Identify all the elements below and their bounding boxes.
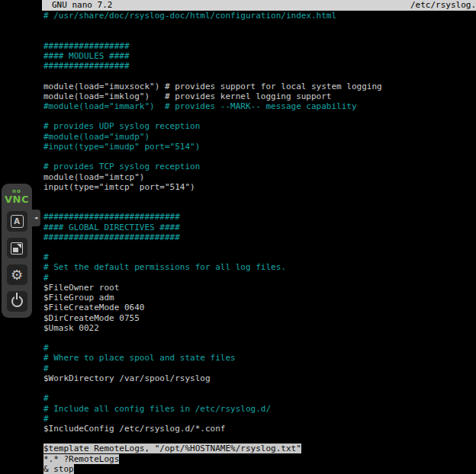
editor-line-text: #: [43, 252, 49, 262]
editor-line-text: #: [43, 273, 49, 283]
editor-line: [42, 333, 476, 343]
power-icon: [11, 296, 23, 307]
editor-line-text: #module(load="immark") # provides --MARK…: [43, 101, 357, 111]
editor-line: $Umask 0022: [42, 323, 476, 333]
novnc-logo: no VNC: [5, 189, 29, 204]
editor-line: *.* ?RemoteLogs: [42, 454, 476, 464]
editor-line: #module(load="imudp"): [42, 132, 476, 142]
novnc-toolbar: ◄ no VNC A ⚙: [2, 184, 32, 318]
keyboard-button[interactable]: A: [7, 211, 27, 232]
editor-line: #input(type="imudp" port="514"): [42, 142, 476, 152]
editor-line-text: #################: [43, 61, 130, 71]
editor-line: module(load="imuxsock") # provides suppo…: [42, 82, 476, 91]
editor-line-text: ###########################: [43, 232, 180, 242]
editor-line: $IncludeConfig /etc/rsyslog.d/*.conf: [42, 424, 476, 434]
settings-button[interactable]: ⚙: [7, 264, 27, 285]
editor-line: ###########################: [42, 232, 476, 242]
editor-line-text: *.* ?RemoteLogs: [43, 454, 119, 464]
fullscreen-icon: [11, 242, 23, 255]
nano-titlebar: GNU nano 7.2 /etc/rsyslog.: [42, 0, 476, 11]
chevron-left-icon: ◄: [34, 215, 37, 221]
nano-version-label: GNU nano 7.2: [42, 0, 112, 11]
editor-line-text: #: [43, 343, 49, 353]
editor-line: # Include all config files in /etc/rsysl…: [42, 404, 476, 414]
editor-line: [42, 30, 476, 40]
editor-line-text: # Where to place spool and state files: [43, 353, 236, 363]
toolbar-collapse-handle[interactable]: ◄: [31, 210, 40, 226]
editor-line-text: # /usr/share/doc/rsyslog-doc/html/config…: [43, 11, 336, 21]
editor-line-text: #### MODULES ####: [43, 51, 130, 61]
editor-line: input(type="imtcp" port="514"): [42, 182, 476, 192]
editor-line: #: [42, 414, 476, 424]
editor-line: #### GLOBAL DIRECTIVES ####: [42, 223, 476, 232]
fullscreen-button[interactable]: [7, 238, 27, 258]
editor-line-text: #input(type="imudp" port="514"): [43, 142, 200, 152]
editor-line-text: # Set the default permissions for all lo…: [43, 262, 286, 272]
editor-line: # provides TCP syslog reception: [42, 162, 476, 171]
editor-content[interactable]: # /usr/share/doc/rsyslog-doc/html/config…: [42, 11, 476, 474]
editor-line-text: ###########################: [43, 212, 180, 222]
file-path-label: /etc/rsyslog.: [410, 0, 476, 11]
editor-line-text: $FileGroup adm: [43, 293, 114, 303]
editor-line: #: [42, 393, 476, 403]
editor-line-text: #: [43, 364, 49, 373]
settings-gear-icon: ⚙: [11, 268, 23, 282]
editor-line: module(load="imtcp"): [42, 172, 476, 182]
editor-line-text: $Umask 0022: [43, 323, 99, 333]
terminal-window: GNU nano 7.2 /etc/rsyslog. # /usr/share/…: [42, 0, 476, 474]
editor-line-text: module(load="imklog") # provides kernel …: [43, 91, 332, 101]
vnc-screen: GNU nano 7.2 /etc/rsyslog. # /usr/share/…: [0, 0, 476, 474]
editor-line: #: [42, 252, 476, 262]
editor-line: [42, 242, 476, 252]
editor-line: #: [42, 364, 476, 373]
editor-line-text: $template RemoteLogs, "/opt/%HOSTNAME%/r…: [43, 444, 301, 453]
editor-line: # Where to place spool and state files: [42, 353, 476, 363]
power-button[interactable]: [7, 291, 27, 312]
novnc-logo-text: VNC: [5, 194, 29, 204]
editor-line-text: #################: [43, 41, 130, 51]
editor-line-text: module(load="imtcp"): [43, 172, 144, 182]
editor-line: & stop: [42, 464, 476, 474]
editor-line: #### MODULES ####: [42, 51, 476, 61]
editor-line: [42, 383, 476, 393]
editor-line-text: $WorkDirectory /var/spool/rsyslog: [43, 373, 211, 383]
editor-line-text: #### GLOBAL DIRECTIVES ####: [43, 223, 180, 232]
editor-line: [42, 152, 476, 162]
editor-line: $WorkDirectory /var/spool/rsyslog: [42, 373, 476, 383]
editor-line: # Set the default permissions for all lo…: [42, 262, 476, 272]
editor-line: [42, 202, 476, 212]
keyboard-icon: A: [11, 215, 24, 228]
editor-line-text: #: [43, 414, 49, 424]
editor-line-text: & stop: [43, 464, 74, 474]
editor-line: #################: [42, 41, 476, 51]
editor-line: ###########################: [42, 212, 476, 222]
editor-line: #: [42, 343, 476, 353]
editor-line: #: [42, 273, 476, 283]
editor-line: module(load="imklog") # provides kernel …: [42, 91, 476, 101]
editor-line-text: $IncludeConfig /etc/rsyslog.d/*.conf: [43, 424, 225, 434]
editor-line: $FileGroup adm: [42, 293, 476, 303]
editor-line: [42, 111, 476, 121]
editor-line: [42, 192, 476, 202]
editor-line-text: # provides UDP syslog reception: [43, 121, 200, 131]
editor-line-text: #: [43, 393, 49, 403]
editor-line-text: # Include all config files in /etc/rsysl…: [43, 404, 271, 414]
editor-line: [42, 71, 476, 81]
editor-line: #################: [42, 61, 476, 71]
editor-line: $FileCreateMode 0640: [42, 303, 476, 312]
editor-line: # /usr/share/doc/rsyslog-doc/html/config…: [42, 11, 476, 21]
editor-line: $DirCreateMode 0755: [42, 313, 476, 323]
editor-line-text: # provides TCP syslog reception: [43, 162, 200, 171]
editor-line: $template RemoteLogs, "/opt/%HOSTNAME%/r…: [42, 444, 476, 453]
editor-line: [42, 434, 476, 444]
editor-line: [42, 21, 476, 30]
editor-line: $FileOwner root: [42, 283, 476, 293]
editor-line-text: $DirCreateMode 0755: [43, 313, 140, 323]
editor-line: #module(load="immark") # provides --MARK…: [42, 101, 476, 111]
editor-line-text: #module(load="imudp"): [43, 132, 150, 142]
editor-line-text: $FileOwner root: [43, 283, 119, 293]
editor-line-text: module(load="imuxsock") # provides suppo…: [43, 82, 382, 91]
editor-line: # provides UDP syslog reception: [42, 121, 476, 131]
editor-line-text: $FileCreateMode 0640: [43, 303, 144, 312]
editor-line-text: input(type="imtcp" port="514"): [43, 182, 195, 192]
